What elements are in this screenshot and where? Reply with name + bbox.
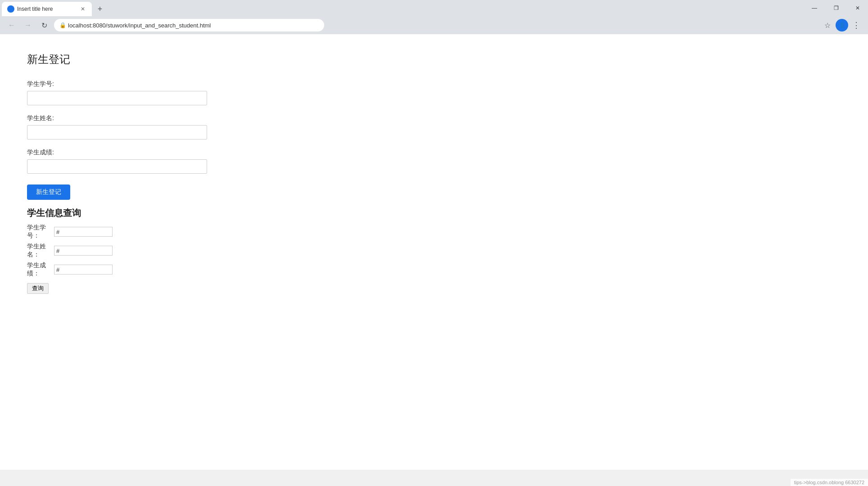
profile-button[interactable]: 👤 bbox=[836, 19, 848, 32]
query-id-input[interactable] bbox=[54, 227, 113, 237]
query-score-row: 学生成绩： bbox=[27, 261, 841, 278]
tab-title: Insert title here bbox=[17, 6, 77, 12]
query-name-row: 学生姓名： bbox=[27, 243, 841, 259]
student-score-input[interactable] bbox=[27, 159, 207, 174]
bookmark-button[interactable]: ☆ bbox=[821, 19, 834, 32]
browser-tab[interactable]: Insert title here ✕ bbox=[2, 2, 92, 16]
back-button[interactable]: ← bbox=[5, 19, 18, 32]
page-content: 新生登记 学生学号: 学生姓名: 学生成绩: 新生登记 学生信息查询 学生学号：… bbox=[0, 34, 868, 470]
page-heading: 新生登记 bbox=[27, 52, 841, 67]
student-name-input[interactable] bbox=[27, 125, 207, 140]
query-score-label: 学生成绩： bbox=[27, 261, 54, 278]
query-section: 学生信息查询 学生学号： 学生姓名： 学生成绩： 查询 bbox=[27, 207, 841, 294]
address-text: localhost:8080/stuwork/input_and_search_… bbox=[68, 22, 211, 29]
profile-icon: 👤 bbox=[839, 22, 845, 28]
minimize-button[interactable]: — bbox=[804, 2, 825, 14]
close-button[interactable]: ✕ bbox=[847, 2, 868, 14]
restore-button[interactable]: ❐ bbox=[826, 2, 846, 14]
address-input-box[interactable]: 🔒 localhost:8080/stuwork/input_and_searc… bbox=[54, 19, 324, 32]
query-id-row: 学生学号： bbox=[27, 224, 841, 240]
tab-close-button[interactable]: ✕ bbox=[79, 5, 86, 13]
student-score-label: 学生成绩: bbox=[27, 148, 841, 157]
student-name-section: 学生姓名: bbox=[27, 114, 841, 140]
query-button[interactable]: 查询 bbox=[27, 283, 49, 294]
student-id-input[interactable] bbox=[27, 91, 207, 105]
new-tab-button[interactable]: + bbox=[94, 3, 106, 15]
query-id-label: 学生学号： bbox=[27, 224, 54, 240]
reload-button[interactable]: ↻ bbox=[38, 19, 50, 32]
query-score-input[interactable] bbox=[54, 265, 113, 274]
student-name-label: 学生姓名: bbox=[27, 114, 841, 122]
query-section-title: 学生信息查询 bbox=[27, 207, 841, 219]
query-name-input[interactable] bbox=[54, 246, 113, 256]
menu-button[interactable]: ⋮ bbox=[850, 19, 863, 32]
lock-icon: 🔒 bbox=[59, 22, 66, 28]
student-id-section: 学生学号: bbox=[27, 80, 841, 105]
address-bar: ← → ↻ 🔒 localhost:8080/stuwork/input_and… bbox=[0, 16, 868, 34]
register-button[interactable]: 新生登记 bbox=[27, 184, 70, 200]
query-name-label: 学生姓名： bbox=[27, 243, 54, 259]
student-id-label: 学生学号: bbox=[27, 80, 841, 88]
student-score-section: 学生成绩: bbox=[27, 148, 841, 174]
tab-favicon bbox=[7, 5, 14, 13]
browser-actions: ☆ 👤 ⋮ bbox=[821, 19, 863, 32]
forward-button[interactable]: → bbox=[22, 19, 34, 32]
status-hint: tips->blog.csdn.oblong 6630272 bbox=[791, 479, 868, 486]
